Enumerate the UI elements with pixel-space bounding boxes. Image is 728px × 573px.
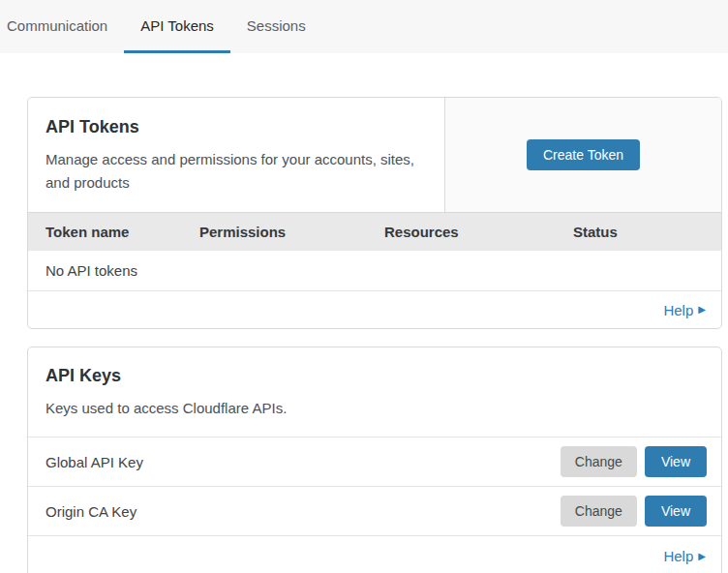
tokens-empty-message: No API tokens	[46, 262, 137, 279]
api-tokens-card-header: API Tokens Manage access and permissions…	[28, 98, 721, 212]
tokens-empty-row: No API tokens	[28, 251, 721, 291]
api-keys-card: API Keys Keys used to access Cloudflare …	[27, 347, 722, 573]
api-keys-description: Keys used to access Cloudflare APIs.	[46, 397, 423, 420]
column-header-status: Status	[573, 224, 721, 240]
api-keys-title: API Keys	[46, 366, 704, 386]
tab-sessions[interactable]: Sessions	[230, 0, 322, 53]
tokens-table-header: Token name Permissions Resources Status	[28, 212, 721, 251]
key-name-origin-ca-key: Origin CA Key	[46, 503, 136, 520]
tokens-help-label: Help	[663, 302, 693, 318]
tab-communication[interactable]: Communication	[7, 0, 124, 53]
api-tokens-card: API Tokens Manage access and permissions…	[27, 97, 722, 329]
keys-help-link[interactable]: Help ▶	[663, 548, 706, 564]
key-actions-global-api-key: Change View	[561, 446, 707, 477]
api-keys-card-header: API Keys Keys used to access Cloudflare …	[28, 347, 721, 437]
tokens-help-row: Help ▶	[28, 291, 721, 328]
change-global-api-key-button[interactable]: Change	[561, 446, 637, 477]
api-tokens-description: Manage access and permissions for your a…	[46, 148, 423, 195]
key-name-global-api-key: Global API Key	[46, 454, 143, 470]
create-token-button[interactable]: Create Token	[527, 139, 640, 170]
api-tokens-title: API Tokens	[46, 117, 427, 137]
tokens-help-link[interactable]: Help ▶	[663, 302, 706, 318]
view-origin-ca-key-button[interactable]: View	[645, 496, 707, 527]
help-arrow-icon: ▶	[698, 305, 706, 315]
key-row-global-api-key: Global API Key Change View	[28, 437, 721, 487]
key-row-origin-ca-key: Origin CA Key Change View	[28, 487, 721, 536]
view-global-api-key-button[interactable]: View	[645, 446, 707, 477]
keys-help-label: Help	[663, 548, 693, 564]
settings-tab-bar: Communication API Tokens Sessions	[0, 0, 728, 53]
column-header-resources: Resources	[384, 224, 573, 240]
key-actions-origin-ca-key: Change View	[561, 496, 707, 527]
column-header-token-name: Token name	[46, 224, 199, 240]
api-tokens-card-action-panel: Create Token	[444, 98, 721, 212]
tab-api-tokens[interactable]: API Tokens	[124, 0, 230, 53]
api-tokens-card-header-text: API Tokens Manage access and permissions…	[28, 98, 444, 212]
column-header-permissions: Permissions	[199, 224, 384, 240]
keys-help-row: Help ▶	[28, 536, 721, 573]
change-origin-ca-key-button[interactable]: Change	[561, 496, 637, 527]
help-arrow-icon: ▶	[698, 552, 706, 561]
